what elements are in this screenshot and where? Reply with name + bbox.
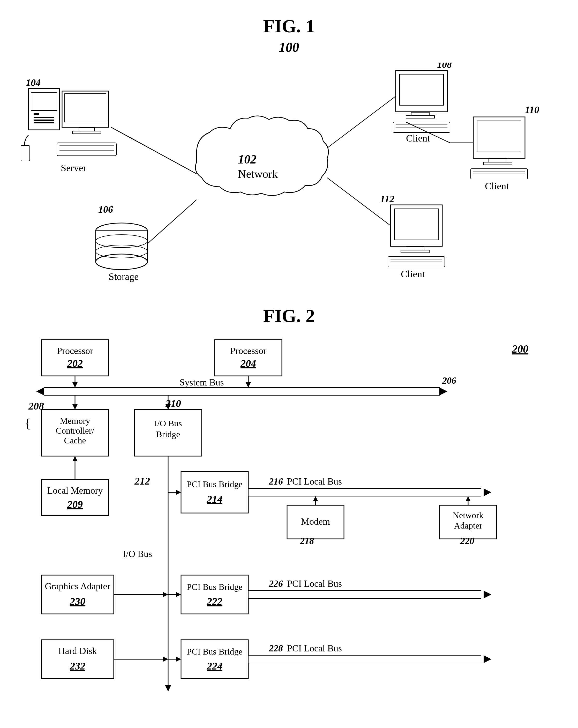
svg-rect-10 — [57, 143, 116, 156]
svg-marker-139 — [163, 657, 168, 662]
svg-marker-98 — [165, 685, 171, 692]
client3-group: 112 Client — [327, 178, 445, 279]
svg-text:206: 206 — [442, 375, 456, 386]
svg-rect-31 — [406, 115, 435, 118]
svg-text:Client: Client — [401, 268, 425, 279]
svg-text:PCI Bus Bridge: PCI Bus Bridge — [187, 647, 242, 656]
svg-text:224: 224 — [207, 660, 222, 672]
svg-marker-106 — [483, 489, 491, 496]
fig1-ref: 100 — [21, 40, 557, 55]
svg-text:228: 228 — [269, 643, 283, 653]
svg-marker-119 — [466, 496, 471, 501]
svg-text:Graphics Adapter: Graphics Adapter — [45, 581, 110, 591]
svg-marker-68 — [440, 388, 447, 395]
svg-marker-132 — [483, 591, 491, 598]
svg-text:PCI Local Bus: PCI Local Bus — [287, 578, 342, 589]
svg-rect-125 — [181, 575, 248, 614]
svg-marker-103 — [176, 490, 181, 495]
svg-rect-146 — [248, 655, 481, 663]
svg-text:Local Memory: Local Memory — [47, 485, 103, 496]
svg-text:222: 222 — [207, 596, 222, 607]
page: FIG. 1 100 — [0, 0, 578, 728]
svg-text:216: 216 — [269, 476, 283, 487]
svg-rect-2 — [34, 113, 39, 115]
svg-text:226: 226 — [269, 578, 283, 589]
fig1-title: FIG. 1 — [21, 16, 557, 37]
svg-marker-144 — [176, 657, 181, 662]
svg-text:202: 202 — [67, 358, 83, 369]
svg-rect-9 — [72, 131, 101, 134]
svg-text:232: 232 — [70, 660, 85, 672]
fig2-title: FIG. 2 — [21, 305, 557, 327]
svg-text:I/O Bus: I/O Bus — [154, 419, 182, 428]
fig1-section: FIG. 1 100 — [21, 16, 557, 300]
svg-rect-90 — [42, 479, 109, 516]
svg-line-59 — [111, 127, 196, 174]
svg-text:Client: Client — [406, 133, 430, 144]
svg-text:Controller/: Controller/ — [56, 426, 95, 435]
svg-text:112: 112 — [380, 193, 394, 204]
svg-text:209: 209 — [67, 498, 83, 510]
svg-text:Processor: Processor — [57, 346, 93, 356]
svg-text:102: 102 — [238, 152, 257, 166]
svg-marker-75 — [246, 382, 251, 388]
svg-text:PCI Bus Bridge: PCI Bus Bridge — [187, 479, 242, 489]
svg-rect-39 — [477, 121, 521, 152]
svg-rect-99 — [181, 472, 248, 513]
svg-rect-3 — [34, 117, 54, 118]
svg-text:System Bus: System Bus — [180, 377, 224, 388]
svg-text:Hard Disk: Hard Disk — [58, 646, 97, 656]
svg-text:212: 212 — [134, 475, 150, 487]
svg-text:110: 110 — [525, 104, 539, 115]
svg-text:Memory: Memory — [60, 416, 90, 425]
svg-text:PCI Local Bus: PCI Local Bus — [287, 643, 342, 653]
svg-marker-67 — [36, 388, 44, 395]
svg-rect-41 — [483, 162, 512, 165]
svg-text:108: 108 — [437, 62, 452, 70]
svg-text:208: 208 — [28, 400, 44, 412]
storage-group: 106 Storage — [96, 200, 196, 282]
svg-text:{: { — [25, 416, 31, 431]
svg-rect-105 — [248, 489, 481, 496]
svg-rect-29 — [399, 74, 444, 105]
svg-line-37 — [327, 96, 396, 148]
svg-marker-87 — [72, 405, 78, 410]
fig2-section: FIG. 2 200 Processor 202 Processor 204 S… — [21, 305, 557, 720]
svg-text:204: 204 — [240, 358, 256, 369]
svg-text:Bridge: Bridge — [156, 430, 180, 439]
svg-line-25 — [148, 200, 196, 244]
svg-text:Modem: Modem — [301, 516, 330, 527]
svg-text:I/O Bus: I/O Bus — [123, 549, 152, 559]
svg-text:230: 230 — [70, 596, 85, 607]
svg-text:Adapter: Adapter — [454, 521, 482, 530]
svg-marker-113 — [313, 496, 318, 501]
svg-text:Storage: Storage — [109, 271, 139, 282]
svg-text:Cache: Cache — [64, 436, 86, 445]
svg-rect-4 — [34, 120, 54, 121]
svg-text:PCI Local Bus: PCI Local Bus — [287, 476, 342, 487]
fig2-diagram: 200 Processor 202 Processor 204 System B… — [21, 332, 557, 720]
svg-rect-50 — [394, 209, 438, 240]
svg-marker-94 — [72, 456, 78, 461]
svg-text:Client: Client — [485, 181, 509, 191]
svg-rect-14 — [21, 146, 30, 161]
svg-text:104: 104 — [26, 77, 41, 88]
svg-rect-7 — [64, 94, 106, 122]
svg-rect-1 — [31, 93, 57, 110]
svg-text:220: 220 — [460, 536, 474, 546]
svg-text:Server: Server — [61, 162, 87, 173]
svg-marker-73 — [72, 382, 78, 388]
svg-rect-5 — [34, 122, 54, 123]
svg-marker-124 — [163, 592, 168, 597]
svg-point-20 — [96, 254, 148, 269]
svg-rect-52 — [401, 250, 429, 253]
svg-text:Processor: Processor — [230, 346, 266, 356]
fig1-diagram: 104 Server 106 Storage — [21, 62, 557, 306]
svg-text:PCI Bus Bridge: PCI Bus Bridge — [187, 582, 242, 592]
svg-rect-140 — [181, 640, 248, 679]
svg-marker-129 — [176, 592, 181, 597]
network-cloud-group: 102 Network — [195, 116, 329, 196]
svg-marker-147 — [483, 655, 491, 663]
svg-text:218: 218 — [300, 536, 314, 546]
svg-rect-69 — [44, 388, 440, 395]
